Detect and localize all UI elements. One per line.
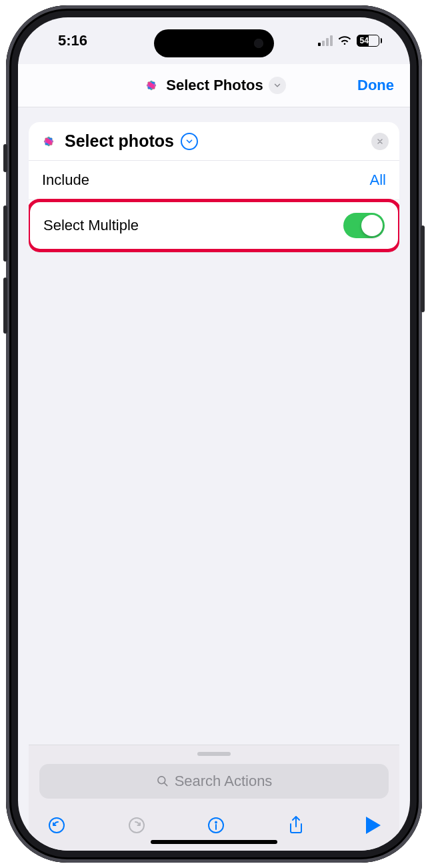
home-indicator[interactable] — [151, 840, 277, 844]
header-title: Select Photos — [166, 77, 263, 94]
expand-action-icon[interactable] — [181, 133, 198, 150]
svg-point-18 — [129, 818, 144, 833]
action-header-row[interactable]: Select photos — [29, 122, 399, 161]
header-title-group[interactable]: Select Photos — [142, 76, 285, 95]
side-button-vol-down — [3, 278, 7, 334]
photos-app-icon — [39, 132, 58, 151]
battery-percent: 54 — [360, 36, 369, 45]
include-label: Include — [42, 171, 89, 189]
content-spacer — [29, 252, 399, 745]
include-value[interactable]: All — [370, 171, 386, 189]
svg-point-17 — [49, 818, 64, 833]
svg-point-20 — [215, 821, 217, 823]
include-row[interactable]: Include All — [29, 161, 399, 200]
redo-button — [127, 816, 146, 835]
run-button[interactable] — [366, 817, 381, 834]
select-multiple-highlight: Select Multiple — [29, 199, 399, 252]
side-button-power — [421, 226, 425, 312]
toggle-knob — [361, 215, 383, 236]
search-actions-input[interactable]: Search Actions — [39, 764, 389, 799]
select-multiple-row[interactable]: Select Multiple — [30, 202, 398, 249]
bottom-sheet[interactable]: Search Actions — [29, 745, 399, 799]
action-title: Select photos — [65, 131, 174, 151]
chevron-down-icon[interactable] — [269, 77, 286, 94]
sheet-grabber[interactable] — [197, 752, 231, 756]
phone-frame: 5:16 54 — [6, 5, 422, 863]
info-button[interactable] — [207, 816, 225, 835]
share-button[interactable] — [287, 816, 305, 835]
wifi-icon — [337, 32, 352, 49]
side-button-vol-up — [3, 205, 7, 262]
select-multiple-toggle[interactable] — [343, 213, 385, 238]
screen: 5:16 54 — [18, 17, 410, 851]
action-card: Select photos Include All Select Multipl… — [29, 122, 399, 252]
select-multiple-label: Select Multiple — [43, 217, 139, 234]
nav-header: Select Photos Done — [18, 64, 410, 107]
cellular-icon — [318, 35, 333, 46]
content-area: Select photos Include All Select Multipl… — [18, 107, 410, 851]
battery-icon: 54 — [357, 35, 383, 47]
search-placeholder: Search Actions — [175, 773, 273, 790]
photos-app-icon — [142, 76, 161, 95]
status-time: 5:16 — [58, 32, 87, 49]
done-button[interactable]: Done — [357, 77, 394, 94]
clear-action-button[interactable] — [371, 133, 389, 150]
side-button-silence — [3, 144, 7, 172]
dynamic-island — [154, 29, 274, 57]
status-right: 54 — [318, 32, 383, 49]
undo-button[interactable] — [47, 816, 66, 835]
search-icon — [156, 775, 169, 788]
